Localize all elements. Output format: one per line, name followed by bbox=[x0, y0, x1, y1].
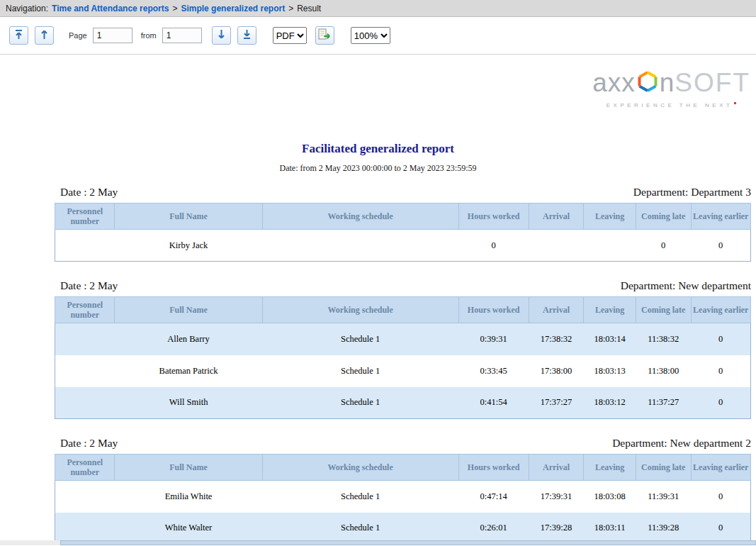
logo-text-axx: axx bbox=[592, 71, 636, 95]
column-header: Leaving bbox=[584, 204, 636, 230]
column-header: Working schedule bbox=[262, 204, 458, 230]
cell: 18:03:14 bbox=[584, 323, 636, 355]
cell: 11:39:28 bbox=[636, 513, 691, 545]
cell: 11:38:32 bbox=[636, 323, 691, 355]
cell: 18:03:11 bbox=[584, 513, 636, 545]
column-header: Hours worked bbox=[458, 204, 529, 230]
zoom-select[interactable]: 100% bbox=[351, 27, 390, 44]
cell: 18:03:08 bbox=[584, 481, 636, 513]
report-toolbar: Page from PDF 100% bbox=[0, 17, 756, 55]
report-section: Date : 2 MayDepartment: Department 3Pers… bbox=[55, 185, 751, 262]
total-pages-input[interactable] bbox=[162, 28, 202, 43]
cell bbox=[262, 230, 458, 262]
column-header: Hours worked bbox=[458, 297, 529, 323]
cell: 11:38:00 bbox=[636, 355, 691, 387]
section-heading: Date : 2 MayDepartment: New department bbox=[55, 279, 751, 293]
column-header: Working schedule bbox=[262, 297, 458, 323]
cell bbox=[55, 230, 115, 262]
cell: 17:38:32 bbox=[529, 323, 584, 355]
cell bbox=[55, 513, 115, 545]
report-table: Personnel numberFull NameWorking schedul… bbox=[55, 203, 751, 262]
first-page-button[interactable] bbox=[9, 26, 28, 45]
column-header: Arrival bbox=[529, 297, 584, 323]
cell: 0 bbox=[691, 481, 751, 513]
column-header: Arrival bbox=[529, 455, 584, 481]
table-row: Emilia WhiteSchedule 10:47:1417:39:3118:… bbox=[55, 481, 751, 513]
header-row: Personnel numberFull NameWorking schedul… bbox=[55, 204, 751, 230]
scrollbar-thumb[interactable] bbox=[60, 540, 756, 545]
column-header: Leaving earlier bbox=[691, 297, 751, 323]
previous-page-button[interactable] bbox=[35, 26, 54, 45]
cell: Allen Barry bbox=[115, 323, 262, 355]
cell: Schedule 1 bbox=[262, 387, 458, 419]
next-page-button[interactable] bbox=[212, 26, 231, 45]
first-page-icon bbox=[14, 29, 23, 43]
section-department-label: Department: New department 2 bbox=[612, 436, 751, 450]
cell: 17:39:28 bbox=[529, 513, 584, 545]
page-number-input[interactable] bbox=[93, 28, 132, 43]
cell: 0 bbox=[691, 323, 751, 355]
export-icon bbox=[318, 28, 331, 43]
hexagon-logo-icon bbox=[636, 69, 659, 97]
column-header: Leaving bbox=[584, 455, 636, 481]
section-date-label: Date : 2 May bbox=[60, 436, 118, 450]
column-header: Coming late bbox=[636, 297, 691, 323]
export-format-select[interactable]: PDF bbox=[273, 27, 307, 44]
column-header: Hours worked bbox=[458, 455, 529, 481]
header-row: Personnel numberFull NameWorking schedul… bbox=[55, 297, 751, 323]
column-header: Working schedule bbox=[262, 455, 458, 481]
breadcrumb: Navigation: Time and Attendance reports … bbox=[0, 0, 756, 17]
cell: 0 bbox=[691, 230, 751, 262]
column-header: Coming late bbox=[636, 455, 691, 481]
cell: 0 bbox=[691, 387, 751, 419]
cell: Will Smith bbox=[115, 387, 262, 419]
cell: Bateman Patrick bbox=[115, 355, 262, 387]
report-date-range: Date: from 2 May 2023 00:00:00 to 2 May … bbox=[0, 163, 756, 174]
horizontal-scrollbar[interactable] bbox=[0, 540, 756, 545]
cell: 11:37:27 bbox=[636, 387, 691, 419]
cell bbox=[55, 323, 115, 355]
tagline-dot bbox=[734, 102, 736, 104]
table-row: Will SmithSchedule 10:41:5417:37:2718:03… bbox=[55, 387, 751, 419]
column-header: Personnel number bbox=[55, 204, 115, 230]
column-header: Personnel number bbox=[55, 297, 115, 323]
column-header: Full Name bbox=[115, 297, 262, 323]
column-header: Leaving earlier bbox=[691, 455, 751, 481]
cell: Emilia White bbox=[115, 481, 262, 513]
section-department-label: Department: Department 3 bbox=[633, 185, 751, 199]
section-heading: Date : 2 MayDepartment: New department 2 bbox=[55, 436, 751, 450]
report-document: axx n SOFT EXPERIENCE THE NEXT Facilitat… bbox=[0, 55, 756, 545]
export-button[interactable] bbox=[315, 26, 334, 45]
report-section: Date : 2 MayDepartment: New departmentPe… bbox=[55, 279, 751, 419]
cell: Kirby Jack bbox=[115, 230, 262, 262]
from-label: from bbox=[141, 31, 157, 40]
column-header: Arrival bbox=[529, 204, 584, 230]
cell: 0:33:45 bbox=[458, 355, 529, 387]
previous-page-icon bbox=[40, 29, 49, 43]
table-row: Allen BarrySchedule 10:39:3117:38:3218:0… bbox=[55, 323, 751, 355]
cell: Schedule 1 bbox=[262, 323, 458, 355]
last-page-icon bbox=[242, 29, 252, 43]
column-header: Leaving bbox=[584, 297, 636, 323]
cell: White Walter bbox=[115, 513, 262, 545]
cell: 17:39:31 bbox=[529, 481, 584, 513]
last-page-button[interactable] bbox=[237, 26, 256, 45]
column-header: Personnel number bbox=[55, 455, 115, 481]
breadcrumb-current: Result bbox=[297, 4, 321, 13]
report-title: Facilitated generalized report bbox=[0, 142, 756, 156]
cell: Schedule 1 bbox=[262, 355, 458, 387]
breadcrumb-prefix: Navigation: bbox=[6, 4, 48, 13]
cell bbox=[55, 387, 115, 419]
logo-text-n: n bbox=[660, 71, 675, 95]
table-row: White WalterSchedule 10:26:0117:39:2818:… bbox=[55, 513, 751, 545]
header-row: Personnel numberFull NameWorking schedul… bbox=[55, 455, 751, 481]
cell: 17:37:27 bbox=[529, 387, 584, 419]
cell: 17:38:00 bbox=[529, 355, 584, 387]
breadcrumb-link-simple-generalized[interactable]: Simple generalized report bbox=[181, 4, 285, 13]
logo-text-soft: SOFT bbox=[675, 71, 750, 95]
report-section: Date : 2 MayDepartment: New department 2… bbox=[55, 436, 751, 545]
breadcrumb-link-time-attendance[interactable]: Time and Attendance reports bbox=[52, 4, 169, 13]
cell: 11:39:31 bbox=[636, 481, 691, 513]
cell: 0:41:54 bbox=[458, 387, 529, 419]
section-department-label: Department: New department bbox=[621, 279, 751, 293]
